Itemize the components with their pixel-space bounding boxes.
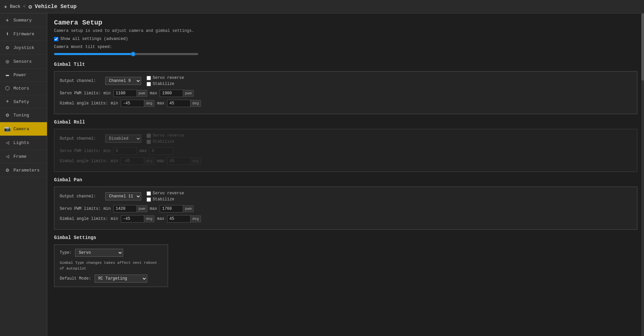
- gimbal-settings-box: Type: Servo Alexmos Serial SToRM32 MAVLi…: [54, 244, 168, 287]
- gimbal-roll-channel-label: Output channel:: [60, 136, 100, 141]
- sidebar-item-frame[interactable]: ◁ Frame: [0, 150, 47, 163]
- tuning-icon: ⚙: [4, 112, 11, 118]
- summary-icon: ✈: [4, 17, 11, 23]
- sidebar-item-summary-label: Summary: [13, 18, 32, 23]
- sidebar-item-camera[interactable]: 📷 Camera: [0, 122, 47, 136]
- gimbal-tilt-servo-reverse-label: Servo reverse: [153, 76, 184, 80]
- show-all-settings-checkbox[interactable]: [54, 37, 58, 41]
- gimbal-roll-servo-reverse-label: Servo reverse: [153, 133, 184, 138]
- breadcrumb-sep: <: [23, 4, 26, 9]
- vehicle-setup-icon: ⚙: [29, 3, 32, 10]
- gimbal-tilt-channel-row: Output channel: Channel 9 Disabled Chann…: [60, 76, 632, 86]
- gimbal-pan-pwm-max-label: max: [150, 206, 157, 211]
- gimbal-pan-pwm-min-input[interactable]: [113, 205, 137, 212]
- gimbal-tilt-pwm-min-input[interactable]: [113, 90, 137, 97]
- gimbal-roll-pwm-max-input: [150, 147, 173, 155]
- scrollbar-thumb[interactable]: [641, 13, 644, 81]
- gimbal-pan-angle-max-input[interactable]: [167, 215, 191, 223]
- gimbal-tilt-pwm-max-label: max: [150, 91, 157, 96]
- gimbal-tilt-channel-label: Output channel:: [60, 79, 100, 83]
- sidebar-item-safety[interactable]: + Safety: [0, 95, 47, 108]
- gimbal-default-mode-select[interactable]: Retracted Neutral MAVLink Targeting RC T…: [95, 275, 147, 283]
- gimbal-roll-stabilize-row: Stabilize: [147, 139, 184, 144]
- gimbal-tilt-angle-min-input[interactable]: [121, 100, 144, 107]
- gimbal-pan-pwm-label: Servo PWM limits:: [60, 206, 101, 211]
- gimbal-pan-angle-min-label: min: [111, 217, 118, 221]
- gimbal-pan-angle-min-unit: deg: [144, 215, 155, 222]
- gimbal-roll-channel-select[interactable]: Disabled Channel 1 Channel 2 Channel 3 C…: [105, 135, 141, 143]
- sidebar-item-lights[interactable]: ◁ Lights: [0, 136, 47, 150]
- gimbal-roll-pwm-max-input-group: [150, 147, 173, 155]
- sidebar-item-firmware[interactable]: ⬆ Firmware: [0, 27, 47, 41]
- gimbal-tilt-angle-label: Gimbal angle limits:: [60, 101, 108, 106]
- tilt-speed-slider[interactable]: [54, 53, 198, 55]
- gimbal-roll-stabilize-label: Stabilize: [153, 139, 174, 144]
- gimbal-tilt-checkboxes: Servo reverse Stabilize: [147, 76, 184, 86]
- gimbal-tilt-stabilize-checkbox[interactable]: [147, 82, 151, 86]
- gimbal-default-mode-label: Default Mode:: [60, 276, 91, 281]
- gimbal-tilt-section-title: Gimbal Tilt: [54, 62, 637, 67]
- show-all-settings-label: Show all settings (advanced): [60, 37, 128, 41]
- gimbal-pan-angle-min-input-group: deg: [121, 215, 155, 223]
- page-description: Camera setup is used to adjust camera an…: [54, 29, 637, 33]
- gimbal-type-select[interactable]: Servo Alexmos Serial SToRM32 MAVLink STo…: [75, 249, 123, 257]
- gimbal-tilt-pwm-row: Servo PWM limits: min pwm max pwm: [60, 90, 632, 97]
- sidebar-item-tuning[interactable]: ⚙ Tuning: [0, 108, 47, 122]
- gimbal-tilt-angle-max-input[interactable]: [167, 100, 191, 107]
- gimbal-tilt-angle-row: Gimbal angle limits: min deg max deg: [60, 100, 632, 107]
- gimbal-roll-angle-max-label: max: [157, 159, 164, 163]
- sidebar-item-lights-label: Lights: [13, 140, 29, 145]
- motors-icon: ⬡: [4, 85, 11, 92]
- sensors-icon: ◎: [4, 58, 11, 65]
- parameters-icon: ⚙: [4, 167, 11, 174]
- sidebar-item-joystick[interactable]: ⚙ Joystick: [0, 41, 47, 55]
- gimbal-tilt-pwm-max-input-group: pwm: [160, 90, 194, 97]
- gimbal-roll-angle-min-input: [121, 157, 144, 165]
- joystick-icon: ⚙: [4, 44, 11, 51]
- gimbal-tilt-angle-min-unit: deg: [144, 100, 155, 107]
- gimbal-pan-pwm-min-unit: pwm: [137, 205, 147, 212]
- gimbal-tilt-servo-reverse-checkbox[interactable]: [147, 76, 151, 80]
- gimbal-pan-stabilize-row: Stabilize: [147, 197, 184, 202]
- gimbal-tilt-angle-max-input-group: deg: [167, 100, 201, 107]
- gimbal-pan-servo-reverse-checkbox[interactable]: [147, 191, 151, 196]
- gimbal-type-note: Gimbal Type changes takes affect next re…: [60, 260, 162, 271]
- gimbal-roll-angle-max-input-group: deg: [167, 157, 201, 165]
- gimbal-roll-angle-min-input-group: deg: [121, 157, 155, 165]
- sidebar-item-sensors[interactable]: ◎ Sensors: [0, 55, 47, 68]
- camera-icon: 📷: [4, 126, 11, 132]
- gimbal-pan-box: Output channel: Disabled Channel 1 Chann…: [54, 187, 637, 230]
- gimbal-settings-section-title: Gimbal Settings: [54, 235, 637, 240]
- sidebar-item-joystick-label: Joystick: [13, 45, 34, 50]
- gimbal-pan-pwm-max-input-group: pwm: [160, 205, 194, 212]
- gimbal-default-mode-row: Default Mode: Retracted Neutral MAVLink …: [60, 275, 162, 283]
- gimbal-roll-angle-label: Gimbal angle limits:: [60, 159, 108, 163]
- gimbal-pan-channel-select[interactable]: Disabled Channel 1 Channel 2 Channel 3 C…: [105, 192, 141, 200]
- gimbal-pan-angle-min-input[interactable]: [121, 215, 144, 223]
- gimbal-tilt-pwm-max-input[interactable]: [160, 90, 183, 97]
- sidebar-item-motors-label: Motors: [13, 86, 29, 91]
- sidebar-item-motors[interactable]: ⬡ Motors: [0, 82, 47, 95]
- gimbal-tilt-channel-select[interactable]: Channel 9 Disabled Channel 1 Channel 2 C…: [105, 77, 141, 85]
- gimbal-tilt-pwm-label: Servo PWM limits:: [60, 91, 101, 96]
- sidebar-item-power[interactable]: ▬ Power: [0, 68, 47, 82]
- sidebar: ✈ Summary ⬆ Firmware ⚙ Joystick ◎ Sensor…: [0, 13, 47, 336]
- gimbal-tilt-stabilize-row: Stabilize: [147, 82, 184, 86]
- gimbal-roll-angle-min-label: min: [111, 159, 118, 163]
- gimbal-type-label: Type:: [60, 250, 72, 255]
- gimbal-pan-pwm-min-label: min: [103, 206, 111, 211]
- gimbal-pan-stabilize-checkbox[interactable]: [147, 197, 151, 202]
- gimbal-pan-pwm-max-input[interactable]: [160, 205, 183, 212]
- gimbal-tilt-angle-min-label: min: [111, 101, 118, 106]
- gimbal-pan-angle-label: Gimbal angle limits:: [60, 217, 108, 221]
- gimbal-tilt-pwm-min-unit: pwm: [137, 90, 147, 97]
- sidebar-item-sensors-label: Sensors: [13, 59, 32, 64]
- gimbal-roll-box: Output channel: Disabled Channel 1 Chann…: [54, 129, 637, 172]
- gimbal-pan-servo-reverse-label: Servo reverse: [153, 191, 184, 196]
- gimbal-roll-angle-max-input: [167, 157, 191, 165]
- sidebar-item-parameters[interactable]: ⚙ Parameters: [0, 163, 47, 177]
- power-icon: ▬: [4, 72, 11, 78]
- back-button[interactable]: Back: [10, 4, 20, 9]
- sidebar-item-summary[interactable]: ✈ Summary: [0, 13, 47, 27]
- gimbal-roll-pwm-min-label: min: [103, 149, 111, 153]
